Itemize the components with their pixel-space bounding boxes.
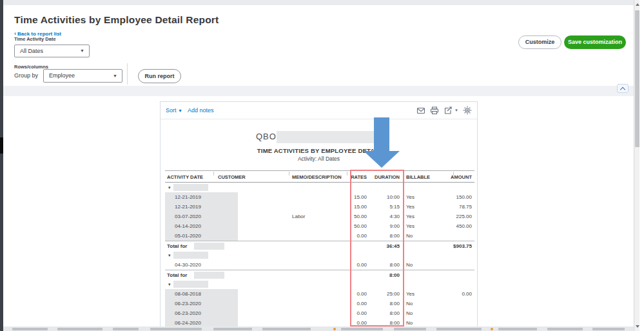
activity-date-cell: 06-23-2020 (175, 308, 201, 318)
duration-cell: 8:00 (335, 231, 400, 241)
column-header-amount: AMOUNT (407, 171, 472, 183)
table-row-detail: 03-07-2020Labor50.004:30Yes225.00 (165, 212, 474, 221)
export-icon[interactable] (444, 106, 453, 115)
add-notes-link[interactable]: Add notes (188, 107, 214, 114)
save-customization-button[interactable]: Save customization (564, 35, 626, 49)
redacted-employee-name (194, 272, 224, 279)
divider (127, 63, 128, 85)
duration-cell: 8:00 (335, 308, 400, 318)
table-row-total: Total for8:00 (165, 270, 474, 279)
activity-date-cell: 12-21-2019 (175, 192, 201, 202)
cutoff-text-fragment (12, 328, 48, 330)
cutoff-text-fragment (436, 328, 482, 330)
billable-cell: No (406, 299, 413, 308)
cutoff-text-fragment (213, 328, 252, 330)
duration-cell: 10:00 (335, 192, 400, 202)
billable-cell: No (406, 231, 413, 241)
gear-icon[interactable] (463, 106, 472, 115)
cutoff-text-fragment (113, 328, 139, 330)
amount-cell: 450.00 (407, 221, 472, 231)
report-header-area: Time Activities by Employee Detail Repor… (3, 5, 634, 86)
cutoff-text-fragment (592, 328, 625, 330)
time-activity-date-label: Time Activity Date (14, 36, 56, 42)
export-caret-icon[interactable]: ▼ (454, 108, 458, 112)
email-icon[interactable] (416, 106, 425, 115)
table-rows: ▾12-21-201915.0010:00Yes150.0012-21-2019… (165, 183, 474, 328)
dropdown-caret-icon: ▼ (80, 45, 84, 57)
total-amount-cell: $903.75 (407, 241, 472, 251)
column-header-duration: DURATION (335, 171, 400, 183)
cutoff-text-fragment (547, 328, 583, 330)
column-header-customer: CUSTOMER (218, 171, 246, 183)
report-subtitle: Activity: All Dates (161, 155, 477, 162)
total-duration-cell: 36:45 (335, 241, 400, 251)
table-row-detail: 04-14-202050.009:00Yes450.00 (165, 221, 474, 231)
billable-cell: No (406, 260, 413, 270)
table-row-detail: 12-21-201915.0010:00Yes150.00 (165, 192, 474, 202)
activity-date-cell: 06-23-2020 (175, 299, 201, 308)
cutoff-text-fragment (498, 328, 537, 330)
annotation-arrow-shaft (374, 117, 389, 151)
collapse-band (3, 86, 634, 96)
report-toolbar: Sort ▼ Add notes ▼ (161, 102, 477, 119)
group-by-label: Group by (14, 72, 38, 79)
group-by-dropdown[interactable]: Employee▼ (43, 69, 122, 83)
amount-cell: 78.75 (407, 202, 472, 212)
customize-button[interactable]: Customize (518, 35, 561, 49)
amount-cell: 0.00 (407, 289, 472, 299)
group-collapse-triangle-icon[interactable]: ▾ (168, 250, 171, 260)
sort-caret-icon: ▼ (178, 108, 182, 113)
column-header-activity-date: ACTIVITY DATE (167, 171, 203, 183)
group-collapse-triangle-icon[interactable]: ▾ (168, 279, 171, 289)
amount-cell: 225.00 (407, 212, 472, 221)
activity-date-cell: 04-14-2020 (175, 221, 201, 231)
cutoff-favicon-dot (333, 328, 336, 330)
duration-cell: 25:00 (335, 289, 400, 299)
cutoff-text-fragment (57, 328, 102, 330)
duration-cell: 8:00 (335, 260, 400, 270)
sort-menu[interactable]: Sort ▼ (166, 107, 182, 114)
scrollbar-thumb[interactable] (635, 10, 639, 147)
company-logo-text: QBO (256, 132, 277, 141)
collapse-header-button[interactable] (617, 84, 629, 93)
cutoff-text-fragment (150, 328, 202, 330)
column-divider-tick (289, 172, 289, 176)
scrollbar-down-icon[interactable] (636, 325, 639, 328)
table-header-row: ACTIVITY DATECUSTOMERMEMO/DESCRIPTIONRAT… (165, 170, 474, 183)
redacted-employee-name (173, 252, 208, 259)
duration-cell: 4:30 (335, 212, 400, 221)
report-title: TIME ACTIVITIES BY EMPLOYEE DETAIL (161, 147, 477, 154)
print-icon[interactable] (430, 106, 439, 115)
run-report-button[interactable]: Run report (138, 69, 181, 83)
total-label: Total for (167, 270, 187, 280)
activity-date-cell: 08-08-2018 (175, 289, 201, 299)
chevron-up-icon (620, 87, 625, 92)
table-row-detail: 12-21-201915.005:15Yes78.75 (165, 202, 474, 212)
report-panel: Sort ▼ Add notes ▼ QBO TIME ACTIVITIES B… (160, 101, 478, 331)
date-range-dropdown[interactable]: All Dates▼ (14, 45, 90, 57)
vertical-scrollbar[interactable] (634, 0, 639, 331)
page: Time Activities by Employee Detail Repor… (0, 0, 644, 331)
group-collapse-triangle-icon[interactable]: ▾ (168, 183, 171, 192)
total-duration-cell: 8:00 (335, 270, 400, 280)
scrollbar-up-icon[interactable] (636, 3, 639, 6)
billable-cell: No (406, 308, 413, 318)
duration-cell: 9:00 (335, 221, 400, 231)
redacted-company-name (277, 131, 376, 143)
table-row-total: Total for36:45$903.75 (165, 241, 474, 250)
activity-date-cell: 05-01-2020 (175, 231, 201, 241)
page-title: Time Activities by Employee Detail Repor… (14, 14, 219, 26)
cutoff-text-fragment (394, 328, 426, 330)
redacted-employee-name (173, 184, 208, 191)
table-row-group: ▾ (165, 183, 474, 192)
report-table: ACTIVITY DATECUSTOMERMEMO/DESCRIPTIONRAT… (165, 170, 474, 328)
activity-date-cell: 12-21-2019 (175, 202, 201, 212)
duration-cell: 5:15 (335, 202, 400, 212)
cutoff-window-bar (3, 326, 634, 331)
table-row-detail: 04-30-20200.008:00No (165, 260, 474, 270)
top-strip (3, 0, 634, 5)
redacted-employee-name (194, 243, 224, 250)
table-row-group: ▾ (165, 250, 474, 260)
column-divider-tick (213, 172, 214, 176)
table-row-detail: 06-23-20200.008:00No (165, 299, 474, 308)
